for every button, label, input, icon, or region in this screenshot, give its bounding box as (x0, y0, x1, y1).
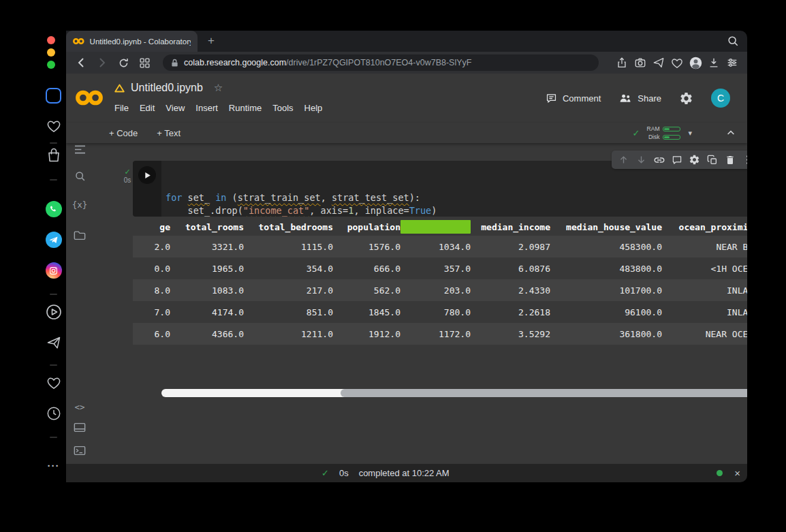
add-code-button[interactable]: + Code (109, 128, 138, 138)
table-cell: 6.0 (133, 329, 170, 339)
execution-time: 0s (122, 176, 133, 185)
resources-widget[interactable]: ✓ RAM Disk ▾ (633, 125, 736, 140)
status-message-group: ✓ 0s completed at 10:22 AM (321, 464, 450, 482)
gear-icon (679, 91, 693, 106)
menu-edit[interactable]: Edit (134, 101, 160, 114)
command-palette-button[interactable] (66, 422, 93, 433)
traffic-light-zoom-button[interactable] (47, 61, 55, 69)
add-comment-button[interactable] (669, 152, 685, 168)
table-cell: 217.0 (244, 285, 333, 296)
favorites-button[interactable] (41, 376, 66, 390)
mirror-cell-button[interactable] (704, 152, 720, 168)
tab-untitled0[interactable]: Untitled0.ipynb - Colaboratory (66, 31, 198, 52)
variables-button[interactable]: {x} (66, 200, 93, 210)
caret-down-icon[interactable]: ▾ (688, 129, 692, 138)
move-cell-up-button[interactable] (616, 152, 631, 168)
files-button[interactable] (66, 230, 93, 240)
whatsapp-button[interactable] (41, 201, 66, 217)
close-status-button[interactable]: × (734, 467, 740, 479)
downloads-button[interactable] (706, 54, 722, 71)
execution-status-bar: ✓ 0s completed at 10:22 AM × (66, 464, 747, 482)
notebook-content: {x} <> (66, 143, 747, 464)
dock-divider (50, 294, 57, 295)
code-editor[interactable]: for set_ in (strat_train_set, strat_test… (161, 161, 747, 217)
output-horizontal-scrollbar[interactable] (161, 389, 747, 397)
trash-icon (725, 155, 736, 166)
delete-cell-button[interactable] (722, 152, 738, 168)
table-of-contents-button[interactable] (66, 144, 93, 155)
star-icon[interactable]: ☆ (214, 82, 223, 94)
add-text-button[interactable]: + Text (157, 128, 180, 138)
address-bar[interactable]: colab.research.google.com/drive/1rPZ7QGI… (163, 54, 599, 71)
menu-help[interactable]: Help (299, 101, 328, 114)
shopping-button[interactable] (41, 148, 66, 163)
player-button[interactable] (41, 304, 66, 320)
terminal-icon (74, 445, 86, 456)
account-avatar[interactable]: C (711, 89, 730, 108)
table-cell: 780.0 (400, 307, 471, 317)
table-cell: 1115.0 (244, 242, 333, 252)
snapshot-button[interactable] (632, 54, 648, 71)
table-cell: 2.2618 (471, 307, 550, 317)
instagram-button[interactable] (41, 262, 66, 279)
header-actions: Comment Share C (546, 74, 730, 123)
run-cell-button[interactable] (138, 166, 156, 184)
scrollbar-thumb[interactable] (341, 389, 747, 397)
history-button[interactable] (41, 406, 66, 421)
cell-gutter (133, 161, 161, 217)
reload-button[interactable] (115, 54, 131, 71)
table-cell: 203.0 (400, 285, 471, 296)
tab-search-button[interactable] (727, 35, 739, 47)
menu-runtime[interactable]: Runtime (223, 101, 267, 114)
find-replace-button[interactable] (66, 170, 93, 182)
cell-settings-button[interactable] (687, 152, 702, 168)
start-page-button[interactable] (41, 88, 66, 104)
bookmark-page-button[interactable] (669, 54, 685, 71)
profile-button[interactable] (687, 54, 704, 71)
heart-icon (46, 376, 61, 390)
notebook-title[interactable]: Untitled0.ipynb (131, 82, 203, 94)
notebook-title-row: Untitled0.ipynb ☆ (114, 82, 223, 94)
link-icon (653, 154, 665, 166)
menu-tools[interactable]: Tools (267, 101, 298, 114)
new-tab-button[interactable]: + (208, 32, 215, 52)
arrow-down-icon (636, 155, 646, 165)
share-page-button[interactable] (614, 54, 630, 71)
highlighted-column-header (400, 220, 471, 234)
bookmarks-button[interactable] (41, 119, 66, 133)
comment-icon (546, 93, 557, 104)
code-snippets-button[interactable]: <> (66, 402, 93, 412)
copy-link-to-cell-button[interactable] (651, 152, 667, 168)
table-cell: 1912.0 (333, 329, 400, 339)
gear-icon (689, 154, 700, 166)
speed-dial-button[interactable] (136, 54, 153, 71)
traffic-light-minimize-button[interactable] (47, 48, 55, 57)
more-cell-actions-button[interactable] (740, 152, 747, 168)
url-path: /drive/1rPZ7QGIPOT810nO7EO4-v0w7B8-SlYyF (286, 58, 471, 67)
comment-button[interactable]: Comment (546, 93, 601, 104)
move-cell-down-button[interactable] (633, 152, 649, 168)
cell-toolbar (612, 151, 747, 169)
lock-icon[interactable] (171, 59, 178, 67)
status-exec-time: 0s (339, 468, 349, 478)
colab-header: Untitled0.ipynb ☆ File Edit View Insert … (66, 74, 747, 123)
share-button[interactable]: Share (618, 93, 661, 104)
column-header: ocean_proximity (662, 222, 747, 232)
traffic-light-close-button[interactable] (47, 36, 55, 44)
colab-logo[interactable] (76, 89, 103, 106)
back-button[interactable] (73, 54, 89, 71)
table-cell: NEAR OCEAN (662, 329, 747, 339)
telegram-button[interactable] (41, 232, 66, 248)
send-page-button[interactable] (650, 54, 667, 71)
table-row: 0.01965.0354.0666.0357.06.0876483800.0<1… (133, 257, 747, 279)
sidebar-more-button[interactable]: ··· (41, 460, 66, 471)
forward-button[interactable] (94, 54, 110, 71)
menu-insert[interactable]: Insert (190, 101, 223, 114)
settings-button[interactable] (679, 91, 693, 106)
send-button[interactable] (41, 335, 66, 350)
collapse-header-button[interactable] (725, 127, 736, 138)
menu-view[interactable]: View (160, 101, 190, 114)
terminal-button[interactable] (66, 445, 93, 456)
browser-settings-button[interactable] (724, 54, 740, 71)
menu-file[interactable]: File (109, 101, 134, 114)
